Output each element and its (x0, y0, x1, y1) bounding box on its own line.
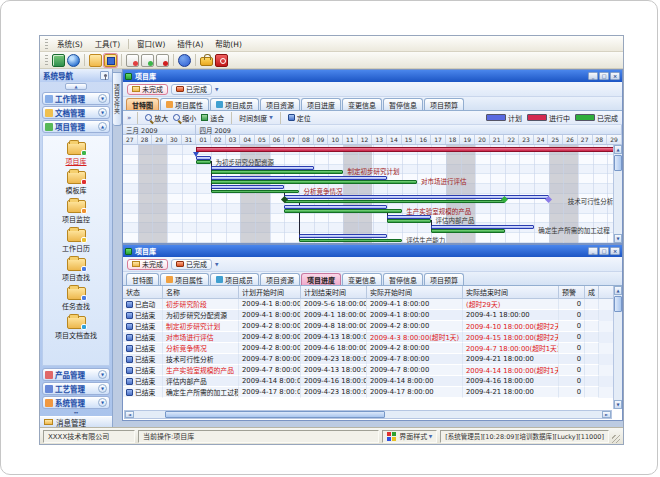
tab-项目成员[interactable]: 项目成员 (210, 98, 259, 110)
task-bar-actual[interactable] (211, 180, 416, 184)
chevron-down-icon[interactable]: ▼ (98, 108, 107, 117)
task-bar-actual[interactable] (431, 229, 504, 233)
task-bar-plan[interactable] (387, 215, 431, 219)
sidebar-group-项目管理[interactable]: 项目管理▲ (42, 120, 110, 133)
resize-grip[interactable] (612, 435, 620, 443)
scroll-down-button[interactable]: ▼ (614, 234, 622, 243)
doc-new-icon[interactable] (126, 54, 139, 67)
filter-button-未完成[interactable]: 未完成 (127, 84, 168, 95)
scroll-down-button[interactable]: ▼ (614, 400, 622, 409)
sidebar-item-模板库[interactable]: 模板库 (66, 171, 87, 195)
tool-放大[interactable]: 放大 (144, 113, 169, 123)
sidebar-item-任务查找[interactable]: 任务查找 (62, 287, 90, 311)
table-row[interactable]: 已结束制定初步研究计划2009-4-2 8:00:002009-4-8 18:0… (123, 321, 613, 332)
menu-item-2[interactable]: 窗口(W) (131, 37, 171, 50)
sidebar-group-产品管理[interactable]: 产品管理▼ (42, 368, 110, 381)
table-row[interactable]: 已结束评估内部产品2009-4-14 8:00:002009-4-16 18:0… (123, 376, 613, 387)
computer-icon[interactable] (52, 54, 65, 67)
menu-item-1[interactable]: 工具(T) (89, 37, 126, 50)
tool-定位[interactable]: 定位 (287, 113, 312, 123)
folder-save-icon[interactable] (104, 54, 117, 67)
task-bar-actual[interactable] (284, 200, 504, 204)
tab-项目预算[interactable]: 项目预算 (424, 98, 464, 110)
table-row[interactable]: 已结束为初步研究分配资源2009-4-1 8:00:002009-4-1 18:… (123, 310, 613, 321)
globe-icon[interactable] (67, 54, 80, 67)
overflow-chevron-icon[interactable]: » (127, 114, 131, 122)
tab-项目属性[interactable]: 项目属性 (160, 98, 209, 110)
filter-overflow-icon[interactable]: ▼ (215, 87, 218, 92)
gantt-window-titlebar[interactable]: 项目库 _□× (123, 70, 622, 82)
task-bar-plan[interactable] (211, 185, 284, 189)
chevron-down-icon[interactable]: ▼ (98, 384, 107, 393)
sidebar-group-文档管理[interactable]: 文档管理▼ (42, 106, 110, 119)
tab-项目进度[interactable]: 项目进度 (301, 273, 341, 285)
toolbar-grip-handle[interactable] (45, 55, 48, 65)
chevron-down-icon[interactable]: ▼ (98, 370, 107, 379)
tab-暂停信息[interactable]: 暂停信息 (383, 98, 423, 110)
column-header-状态[interactable]: 状态 (123, 286, 163, 299)
minimize-button[interactable]: _ (588, 72, 598, 80)
tab-暂停信息[interactable]: 暂停信息 (383, 273, 423, 285)
table-row[interactable]: 已结束确定生产所需的加工过程2009-4-17 8:00:002009-4-23… (123, 387, 613, 398)
close-button[interactable]: × (610, 247, 620, 255)
scroll-thumb[interactable] (614, 296, 622, 312)
chart-vscrollbar[interactable]: ▲▼ (613, 145, 622, 243)
column-header-实际开始时间[interactable]: 实际开始时间 (367, 286, 463, 299)
column-header-预警[interactable]: 预警 (559, 286, 585, 299)
task-bar-plan[interactable] (196, 156, 211, 160)
sidebar-group-工艺管理[interactable]: 工艺管理▼ (42, 382, 110, 395)
task-bar-plan[interactable] (284, 205, 387, 209)
tab-项目资源[interactable]: 项目资源 (260, 273, 300, 285)
tab-甘特图[interactable]: 甘特图 (126, 98, 159, 110)
column-header-计划开始时间[interactable]: 计划开始时间 (239, 286, 301, 299)
close-button[interactable]: × (610, 72, 620, 80)
exit-icon[interactable] (215, 54, 228, 67)
table-row[interactable]: 已结束分析竞争情况2009-4-2 8:00:002009-4-6 18:00:… (123, 343, 613, 354)
column-header-名称[interactable]: 名称 (163, 286, 239, 299)
table-row[interactable]: 已结束生产实验室规模的产品2009-4-7 8:00:002009-4-13 1… (123, 365, 613, 376)
folder-open-icon[interactable] (89, 54, 102, 67)
maximize-button[interactable]: □ (599, 72, 609, 80)
task-bar-actual[interactable] (211, 190, 299, 194)
tab-项目进度[interactable]: 项目进度 (301, 98, 341, 110)
help-icon[interactable] (178, 54, 191, 67)
scroll-up-button[interactable]: ▲ (614, 145, 622, 154)
task-bar-actual[interactable] (211, 170, 343, 174)
folder-vertical-tab[interactable]: 项目文件夹 (113, 72, 122, 126)
tool-缩小[interactable]: 缩小 (172, 113, 197, 123)
sidebar-item-工作日历[interactable]: 工作日历 (62, 229, 90, 253)
sidebar-item-项目文档查找[interactable]: 项目文档查找 (55, 316, 97, 340)
chevron-up-icon[interactable]: ▲ (98, 122, 107, 131)
task-bar-plan[interactable] (431, 225, 534, 229)
task-bar-plan[interactable] (211, 166, 314, 170)
task-bar-plan[interactable] (284, 195, 548, 199)
tab-变更信息[interactable]: 变更信息 (342, 98, 382, 110)
filter-overflow-icon[interactable]: ▼ (215, 262, 218, 267)
tab-甘特图[interactable]: 甘特图 (126, 273, 159, 285)
chart-vscrollbar[interactable]: ▲▼ (613, 286, 622, 409)
task-bar-actual[interactable] (196, 160, 211, 164)
tab-项目资源[interactable]: 项目资源 (260, 98, 300, 110)
tool-时间刻度[interactable]: 时间刻度▼ (238, 113, 273, 123)
sidebar-group-工作管理[interactable]: 工作管理▼ (42, 92, 110, 105)
minimize-button[interactable]: _ (588, 247, 598, 255)
scroll-thumb[interactable] (614, 155, 622, 171)
sidebar-item-项目库[interactable]: 项目库 (66, 142, 87, 166)
doc-delete-icon[interactable] (156, 54, 169, 67)
table-window-titlebar[interactable]: 项目库 _□× (123, 245, 622, 257)
scroll-right-button[interactable]: ► (602, 411, 611, 418)
menu-item-0[interactable]: 系统(S) (51, 37, 89, 50)
tool-适合[interactable]: 适合 (200, 113, 225, 123)
task-bar-plan[interactable] (299, 234, 387, 238)
column-header-成[interactable]: 成 (585, 286, 599, 299)
tab-项目预算[interactable]: 项目预算 (424, 273, 464, 285)
chevron-down-icon[interactable]: ▼ (98, 94, 107, 103)
task-bar-plan[interactable] (211, 176, 387, 180)
tab-项目成员[interactable]: 项目成员 (210, 273, 259, 285)
scroll-left-button[interactable]: ◄ (125, 411, 134, 418)
menu-grip-handle[interactable] (45, 39, 48, 49)
task-bar-actual[interactable] (284, 209, 401, 213)
ui-style-button[interactable]: 界面样式 ▼ (382, 430, 437, 443)
sidebar-item-项目监控[interactable]: 项目监控 (62, 200, 90, 224)
chevron-down-icon[interactable]: ▼ (98, 398, 107, 407)
